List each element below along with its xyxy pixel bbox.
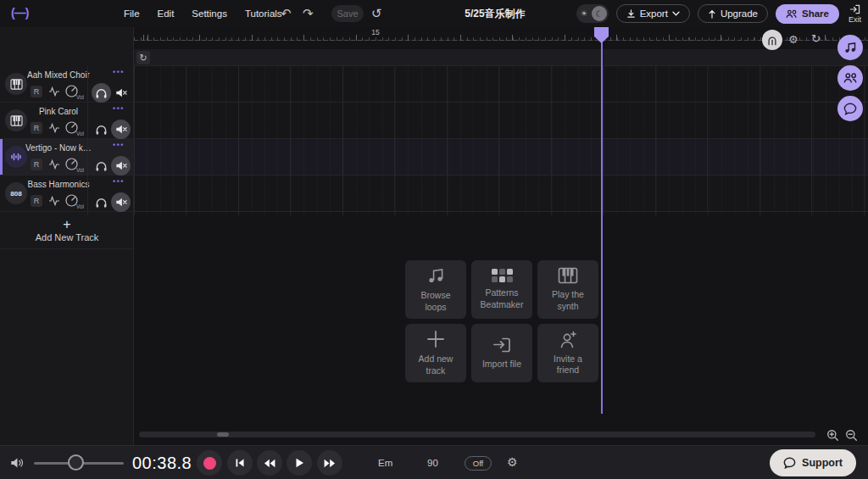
browse-loops-button[interactable]: Browse loops	[405, 260, 466, 319]
track-name[interactable]: Bass Harmonics	[25, 180, 92, 189]
soundtrap-logo-icon[interactable]: (—)	[11, 6, 28, 19]
volume-slider-handle[interactable]	[68, 454, 84, 471]
track-name[interactable]: Aah Mixed Choir	[25, 70, 92, 80]
track-row-aah-mixed-choir[interactable]: Aah Mixed Choir ••• R Vol	[0, 66, 134, 103]
add-new-track-button-center[interactable]: Add new track	[405, 324, 466, 382]
collaboration-panel-button[interactable]	[837, 65, 863, 91]
exit-label: Exit	[849, 15, 861, 24]
track-menu-icon[interactable]: •••	[113, 177, 125, 186]
person-plus-icon	[559, 331, 577, 348]
loops-panel-button[interactable]	[837, 35, 863, 60]
track-row-vertigo[interactable]: Vertigo - Now ki... ••• R Vol	[0, 139, 134, 175]
track-name[interactable]: Pink Carol	[25, 107, 92, 116]
metronome-button[interactable]	[762, 30, 782, 50]
menu-file[interactable]: File	[124, 8, 140, 19]
piano-instrument-icon[interactable]	[5, 73, 27, 95]
support-button[interactable]: Support	[770, 449, 856, 476]
transport-settings-gear-icon[interactable]: ⚙	[507, 456, 518, 469]
redo-icon[interactable]: ↷	[303, 0, 314, 27]
fast-forward-button[interactable]	[317, 450, 342, 476]
record-button[interactable]	[197, 450, 222, 476]
selected-track-indicator	[0, 139, 3, 175]
record-arm-button[interactable]: R	[31, 86, 42, 97]
add-new-track-button[interactable]: + Add New Track	[0, 212, 134, 249]
invite-a-friend-button[interactable]: Invite a friend	[537, 324, 598, 382]
lane-aah-mixed-choir[interactable]	[134, 66, 868, 103]
piano-instrument-icon[interactable]	[5, 109, 27, 131]
ruler-major-ticks	[134, 35, 868, 41]
timeline-settings-gear-icon[interactable]: ⚙	[788, 34, 798, 45]
track-menu-icon[interactable]: •••	[113, 104, 125, 113]
count-in-toggle[interactable]: Off	[465, 456, 492, 471]
automation-icon[interactable]	[48, 122, 60, 134]
time-display: 00:38.8	[132, 454, 192, 473]
menu-settings[interactable]: Settings	[192, 8, 227, 19]
exit-icon	[849, 4, 860, 14]
automation-icon[interactable]	[48, 195, 60, 207]
moon-icon: ☾	[592, 6, 607, 21]
voice-waveform-icon[interactable]	[5, 146, 27, 168]
mute-button[interactable]	[111, 192, 131, 212]
menu-tutorials[interactable]: Tutorials	[245, 8, 282, 19]
record-arm-button[interactable]: R	[31, 159, 42, 170]
menu-edit[interactable]: Edit	[158, 8, 175, 19]
exit-button[interactable]: Exit	[847, 4, 861, 24]
record-arm-button[interactable]: R	[31, 122, 42, 134]
track-row-pink-carol[interactable]: Pink Carol ••• R Vol	[0, 103, 134, 139]
play-the-synth-label: Play the synth	[542, 289, 593, 311]
track-row-bass-harmonics[interactable]: 808 Bass Harmonics ••• R Vol	[0, 175, 134, 212]
save-button[interactable]: Save	[331, 5, 364, 22]
timeline-ruler[interactable]: 15	[134, 27, 868, 49]
lane-pink-carol[interactable]	[134, 103, 868, 139]
monitor-headphones-button[interactable]	[92, 120, 111, 139]
mute-button[interactable]	[111, 120, 131, 139]
monitor-headphones-button[interactable]	[92, 156, 111, 175]
track-menu-icon[interactable]: •••	[113, 68, 125, 76]
skip-to-start-button[interactable]	[227, 450, 253, 476]
record-arm-button[interactable]: R	[31, 195, 42, 207]
automation-icon[interactable]	[48, 86, 60, 97]
loop-region-bar[interactable]: ↻	[134, 49, 868, 66]
undo-icon[interactable]: ↶	[281, 0, 292, 27]
patterns-beatmaker-button[interactable]: Patterns Beatmaker	[471, 260, 532, 319]
automation-icon[interactable]	[48, 159, 60, 170]
lane-vertigo[interactable]	[134, 139, 868, 175]
horizontal-scrollbar[interactable]	[139, 432, 815, 437]
lane-bass-harmonics[interactable]	[134, 175, 868, 212]
zoom-in-icon[interactable]	[826, 429, 839, 442]
track-menu-icon[interactable]: •••	[113, 141, 125, 149]
808-instrument-icon[interactable]: 808	[5, 182, 27, 204]
invite-a-friend-label: Invite a friend	[542, 354, 593, 376]
vol-label: Vol	[76, 131, 84, 136]
project-key[interactable]: Em	[378, 458, 392, 468]
vol-label: Vol	[76, 167, 84, 173]
master-volume-icon[interactable]	[10, 457, 24, 469]
revision-history-icon[interactable]: ↺	[371, 0, 382, 27]
share-button[interactable]: Share	[776, 4, 839, 24]
people-icon	[843, 72, 858, 84]
project-title[interactable]: 5/25音乐制作	[410, 0, 580, 27]
scrollbar-thumb[interactable]	[217, 432, 229, 437]
loop-region-icon[interactable]: ↻	[136, 51, 150, 64]
upgrade-button[interactable]: Upgrade	[698, 4, 768, 23]
transport-bar: 00:38.8 Em 90 Off ⚙ Support	[0, 445, 868, 479]
play-the-synth-button[interactable]: Play the synth	[537, 260, 598, 319]
theme-toggle[interactable]: ☀ ☾	[576, 4, 609, 23]
upgrade-label: Upgrade	[721, 8, 758, 19]
track-name[interactable]: Vertigo - Now ki...	[25, 143, 92, 153]
project-tempo[interactable]: 90	[427, 458, 438, 468]
monitor-headphones-button[interactable]	[92, 83, 111, 103]
mute-button[interactable]	[111, 156, 131, 175]
monitor-headphones-button[interactable]	[92, 192, 111, 212]
rewind-button[interactable]	[257, 450, 282, 476]
up-arrow-icon	[708, 9, 716, 19]
import-file-button[interactable]: Import file	[471, 324, 532, 382]
chat-panel-button[interactable]	[837, 96, 863, 121]
export-button[interactable]: Export	[616, 4, 690, 23]
zoom-out-icon[interactable]	[845, 429, 858, 442]
mute-button[interactable]	[111, 83, 131, 103]
loop-playback-icon[interactable]: ↻	[811, 33, 821, 45]
record-dot-icon	[203, 457, 216, 470]
track-lanes[interactable]	[134, 66, 868, 215]
play-button[interactable]	[287, 450, 312, 476]
